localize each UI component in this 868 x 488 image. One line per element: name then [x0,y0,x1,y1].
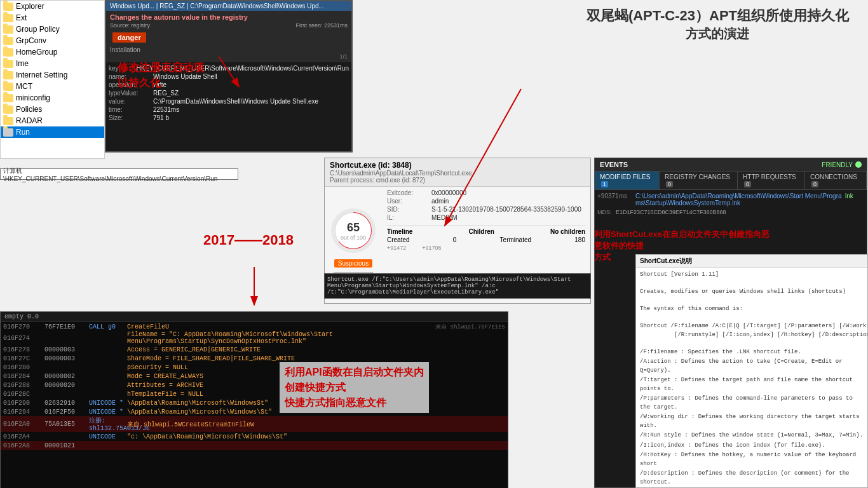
asm-addr: 016F2A4 [3,433,44,440]
event-row-1: +90371ms C:\Users\admin\AppData\Roaming\… [597,193,864,207]
explorer-item-ime[interactable]: Ime [1,58,104,69]
friendly-indicator [855,161,862,168]
asm-row: 016F2A0 75A013E5 注册: shl132.75A013/JE 来自… [1,416,508,432]
folder-icon [3,94,13,102]
explorer-item-ext[interactable]: Ext [1,12,104,24]
year-label-2: 2017——2018 [203,232,294,248]
asm-hex: 02632910 [44,400,89,407]
explorer-item-run[interactable]: Run [1,126,104,138]
shortcut-doc-syntax-header: The syntax of this command is: [640,305,864,314]
tab-http-requests[interactable]: HTTP REQUESTS 0 [738,172,805,189]
asm-addr: 016F274 [3,335,44,342]
score-number: 65 [347,221,360,234]
explorer-item-internetsetting[interactable]: Internet Setting [1,69,104,81]
registry-header: Windows Upd... | REG_SZ | C:\ProgramData… [106,1,351,11]
param-item: /P:parameters : Defines the command-line… [640,395,864,412]
asm-op: 来自 shlwapi.5WCreateStreamInFileW [127,420,505,429]
event-action: lnk [845,193,864,207]
explorer-label: Run [16,128,30,137]
param-item: /R:Run style : Defines the window state … [640,431,864,440]
asm-addr: 016F280 [3,364,44,371]
il-label: IL: [387,214,431,221]
asm-addr: 016F294 [3,409,44,416]
terminated-label: Terminated [500,236,531,243]
asm-hex: 00001021 [44,442,89,449]
explorer-label: Internet Setting [16,71,67,79]
explorer-item-miniconfig[interactable]: miniconfig [1,92,104,104]
asm-hex: 76F7E1E0 [44,323,89,330]
asm-hex: 00000003 [44,355,89,362]
user-label: User: [387,198,431,205]
offset1: +91472 [387,245,406,251]
explorer-item-radar[interactable]: RADAR [1,115,104,126]
asm-hex: 00000003 [44,346,89,353]
asm-instr: 注册: shl132.75A013/JE [89,416,127,432]
events-content: +90371ms C:\Users\admin\AppData\Roaming\… [595,190,867,218]
annotation-1-line2: 以持久化 [118,76,204,91]
shortcut-doc-version: Shortcut [Version 1.11] [640,271,864,280]
cmdline-text: Shortcut.exe /f:"C:\Users\admin\AppData\… [327,276,571,295]
created-val: 0 [453,236,457,243]
created-label: Created [387,236,410,243]
asm-addr: 016F2A0 [3,421,44,428]
cmdline-panel: Shortcut.exe /f:"C:\Users\admin\AppData\… [324,273,591,299]
tab-connections-label: CONNECTIONS [810,173,857,180]
asm-instr: CALL g0 [89,323,127,330]
tab-connections[interactable]: CONNECTIONS 0 [805,172,867,189]
offset2: +91706 [422,245,441,251]
exitcode-label: Exitcode: [387,189,431,196]
explorer-label: MCT [16,82,32,91]
asm-row: 016F28C hTemplateFile = NULL [1,390,508,398]
explorer-item-mct[interactable]: MCT [1,81,104,92]
shortcut-exe-header: Shortcut.exe (id: 3848) C:\Users\admin\A… [325,158,590,187]
folder-icon [3,105,13,114]
asm-row: 016F274 FileName = "C: AppData\Roaming\M… [1,331,508,345]
param-item: /D:description : Defines the description… [640,470,864,487]
shortcut-doc-desc: Creates, modifies or queries Windows she… [640,288,864,297]
tab-modified-files[interactable]: MODIFIED FILES 1 [595,172,660,189]
md5-value: E1D1F23C715CD8C39EF714C7F360B868 [616,209,726,215]
folder-icon [3,14,13,22]
file-explorer: Explorer Ext Group Policy GrpConv HomeGr… [0,0,105,159]
folder-icon [3,25,13,34]
asm-row: 016F2A4 UNICODE "c: \AppData\Roaming\Mic… [1,432,508,441]
asm-row: 016F27C 00000003 ShareMode = FILE_SHARE_… [1,354,508,363]
tab-registry-changes-label: REGISTRY CHANGES [665,173,730,180]
asm-op: ShareMode = FILE_SHARE_READ|FILE_SHARE_W… [127,355,505,362]
user-value: admin [431,198,585,205]
asm-comment: 来自 shlwapi.76F7E1E5 [435,323,505,331]
folder-icon-selected [3,128,13,137]
tab-registry-changes[interactable]: REGISTRY CHANGES 0 [660,172,738,189]
suspicious-badge: Suspicious [334,259,372,268]
asm-op: CreateFileU [127,323,435,330]
asm-instr: UNICODE [89,433,127,440]
explorer-label: RADAR [16,116,43,125]
explorer-item-homegroup[interactable]: HomeGroup [1,46,104,58]
exitcode-value: 0x00000000 [431,189,585,196]
score-circle-visual: 65 out of 100 [331,208,376,253]
explorer-item-policies[interactable]: Policies [1,104,104,115]
shortcut-exe-title: Shortcut.exe (id: 3848) [330,161,412,170]
explorer-item-grpconv[interactable]: GrpConv [1,35,104,46]
shortcut-exe-path: C:\Users\admin\AppData\Local\Temp\Shortc… [330,170,585,177]
sid-value: S-1-5-21-1302019708-1500728564-335382590… [431,206,585,213]
md5-label: MDS: [597,209,612,215]
registry-alert-title: Changes the autorun value in the registr… [110,13,348,21]
asm-op: Access = GENERIC_READ|GENERIC_WRITE [127,346,505,353]
explorer-item-grouppolicy[interactable]: Group Policy [1,24,104,35]
explorer-item-explorer[interactable]: Explorer [1,1,104,12]
suspicious-badge-container: Suspicious [334,257,372,268]
events-tabs: MODIFIED FILES 1 REGISTRY CHANGES 0 HTTP… [595,172,867,190]
asm-hex: 00000002 [44,373,89,380]
time-label: time: [109,106,153,113]
annotation-2-line2: 方式 [594,252,772,263]
annotation-2-line1: 利用ShortCut.exe在自启动文件夹中创建指向恶意软件的快捷 [594,229,772,252]
title-line2: 方式的演进 [587,25,849,43]
annotation-1: 修改注册表启动项 以持久化 [118,60,204,91]
registry-file-name: Windows Upd... | REG_SZ | C:\ProgramData… [110,3,324,10]
registry-first-seen: First seen: 22531ms [295,22,348,29]
event-path: C:\Users\admin\AppData\Roaming\Microsoft… [635,193,845,207]
terminated-val: 180 [574,236,585,243]
timeline-data-row: Created 0 Terminated 180 [387,236,585,243]
asm-hex: 75A013E5 [44,421,89,428]
